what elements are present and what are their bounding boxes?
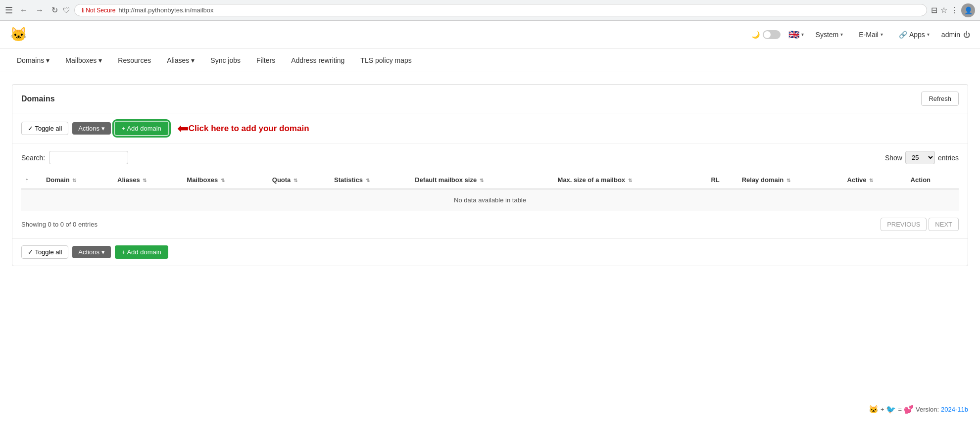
bottom-actions-dropdown-arrow: ▾ (101, 248, 105, 256)
table-footer: Showing 0 to 0 of 0 entries PREVIOUS NEX… (12, 211, 968, 238)
system-menu[interactable]: System ▾ (812, 28, 847, 42)
dark-mode-toggle[interactable]: 🌙 (751, 30, 781, 39)
pagination-buttons: PREVIOUS NEXT (881, 218, 959, 231)
relay-domain-sort-icon: ⇅ (786, 178, 790, 183)
domains-card: Domains Refresh ✓ Toggle all Actions ▾ +… (12, 84, 968, 266)
browser-actions: ⊟ ☆ ⋮ 👤 (931, 3, 975, 17)
domains-table: ↑ Domain ⇅ Aliases ⇅ Mailboxes (21, 171, 959, 211)
th-rl: RL (707, 171, 737, 189)
search-label: Search: (21, 154, 45, 162)
app-logo: 🐱 (10, 26, 27, 43)
search-show-row: Search: Show 25 50 100 entries (12, 144, 968, 171)
toggle-knob (764, 31, 771, 38)
refresh-button[interactable]: Refresh (921, 92, 959, 106)
add-domain-button[interactable]: + Add domain (115, 122, 168, 135)
flag-icon: 🇬🇧 (788, 29, 799, 40)
bookmark-icon[interactable]: ⊟ (931, 5, 937, 15)
footer-plus-1: + (881, 406, 884, 413)
email-dropdown-arrow: ▾ (881, 32, 883, 37)
max-size-sort-icon: ⇅ (628, 178, 632, 183)
nav-tls-policy-maps[interactable]: TLS policy maps (353, 52, 418, 68)
section-header: Domains Refresh (12, 85, 968, 113)
forward-button[interactable]: → (33, 5, 47, 16)
domain-sort-icon: ⇅ (72, 178, 76, 183)
statistics-sort-icon: ⇅ (366, 178, 370, 183)
footer-equals: = (898, 406, 902, 413)
admin-menu[interactable]: admin ⏻ (941, 31, 970, 39)
entries-label: entries (938, 154, 959, 162)
previous-button[interactable]: PREVIOUS (881, 218, 927, 231)
logo-area: 🐱 (10, 26, 27, 43)
profile-avatar[interactable]: 👤 (961, 3, 975, 17)
url-text: http://mail.pythonbytes.in/mailbox (118, 6, 213, 14)
version-link[interactable]: 2024-11b (941, 406, 968, 413)
toggle-switch[interactable] (763, 30, 781, 39)
app-container: 🐱 🌙 🇬🇧 ▾ System ▾ E-Mail ▾ 🔗 (0, 21, 980, 422)
th-mailboxes[interactable]: Mailboxes ⇅ (183, 171, 268, 189)
bottom-add-domain-button[interactable]: + Add domain (115, 245, 168, 259)
search-group: Search: (21, 151, 128, 164)
bottom-actions-dropdown-button[interactable]: Actions ▾ (72, 246, 111, 258)
star-icon[interactable]: ☆ (940, 5, 947, 15)
secondary-nav: Domains ▾ Mailboxes ▾ Resources Aliases … (0, 48, 980, 72)
nav-sync-jobs[interactable]: Sync jobs (203, 52, 247, 68)
email-menu[interactable]: E-Mail ▾ (855, 28, 887, 42)
showing-entries-text: Showing 0 to 0 of 0 entries (21, 221, 98, 228)
entries-select[interactable]: 25 50 100 (905, 151, 935, 164)
sort-up-icon: ↑ (25, 176, 29, 184)
aliases-dropdown-arrow: ▾ (191, 56, 195, 64)
search-input[interactable] (49, 151, 128, 164)
mailboxes-sort-icon: ⇅ (221, 178, 225, 183)
moon-icon: 🌙 (751, 31, 760, 39)
th-active[interactable]: Active ⇅ (843, 171, 907, 189)
bottom-toolbar: ✓ Toggle all Actions ▾ + Add domain (12, 238, 968, 266)
menu-dots-icon[interactable]: ⋮ (950, 5, 958, 15)
actions-dropdown-button[interactable]: Actions ▾ (72, 122, 111, 135)
nav-address-rewriting[interactable]: Address rewriting (284, 52, 351, 68)
language-selector[interactable]: 🇬🇧 ▾ (788, 29, 804, 40)
top-navbar: 🐱 🌙 🇬🇧 ▾ System ▾ E-Mail ▾ 🔗 (0, 21, 980, 48)
sidebar-toggle-btn[interactable]: ☰ (5, 5, 13, 16)
quota-sort-icon: ⇅ (294, 178, 297, 183)
empty-row: No data available in table (21, 189, 959, 211)
nav-resources[interactable]: Resources (111, 52, 158, 68)
apps-dropdown-arrow: ▾ (927, 32, 930, 37)
address-bar[interactable]: ℹ Not Secure http://mail.pythonbytes.in/… (74, 4, 927, 16)
th-checkbox: ↑ (21, 171, 42, 189)
nav-aliases[interactable]: Aliases ▾ (160, 52, 201, 68)
domains-dropdown-arrow: ▾ (46, 56, 49, 64)
aliases-sort-icon: ⇅ (143, 178, 147, 183)
th-statistics[interactable]: Statistics ⇅ (330, 171, 411, 189)
active-sort-icon: ⇅ (869, 178, 873, 183)
browser-nav-buttons: ← → ↻ 🛡 (17, 4, 70, 16)
annotation-text: Click here to add your domain (189, 124, 309, 134)
th-default-mailbox-size[interactable]: Default mailbox size ⇅ (411, 171, 553, 189)
reload-button[interactable]: ↻ (49, 4, 61, 16)
th-max-size[interactable]: Max. size of a mailbox ⇅ (554, 171, 707, 189)
next-button[interactable]: NEXT (929, 218, 959, 231)
apps-menu[interactable]: 🔗 Apps ▾ (895, 28, 933, 42)
footer-emoji-1: 🐱 (869, 405, 879, 414)
empty-message: No data available in table (21, 189, 959, 211)
table-wrapper: ↑ Domain ⇅ Aliases ⇅ Mailboxes (12, 171, 968, 211)
red-arrow-icon: ⬅ (177, 120, 189, 137)
th-aliases[interactable]: Aliases ⇅ (113, 171, 183, 189)
toggle-all-button[interactable]: ✓ Toggle all (21, 122, 68, 135)
browser-chrome: ☰ ← → ↻ 🛡 ℹ Not Secure http://mail.pytho… (0, 0, 980, 21)
default-mailbox-size-sort-icon: ⇅ (480, 178, 484, 183)
show-label: Show (885, 154, 902, 162)
nav-filters[interactable]: Filters (249, 52, 282, 68)
app-footer: 🐱 + 🐦 = 💕 Version: 2024-11b (0, 397, 980, 422)
th-quota[interactable]: Quota ⇅ (268, 171, 330, 189)
th-action: Action (907, 171, 959, 189)
back-button[interactable]: ← (17, 5, 31, 16)
main-content: Domains Refresh ✓ Toggle all Actions ▾ +… (0, 72, 980, 397)
actions-dropdown-arrow: ▾ (101, 125, 105, 132)
nav-mailboxes[interactable]: Mailboxes ▾ (58, 52, 109, 68)
th-domain[interactable]: Domain ⇅ (42, 171, 113, 189)
th-relay-domain[interactable]: Relay domain ⇅ (738, 171, 843, 189)
bottom-toggle-all-button[interactable]: ✓ Toggle all (21, 245, 68, 259)
nav-domains[interactable]: Domains ▾ (10, 52, 56, 68)
link-icon: 🔗 (899, 31, 907, 39)
mailboxes-dropdown-arrow: ▾ (98, 56, 102, 64)
